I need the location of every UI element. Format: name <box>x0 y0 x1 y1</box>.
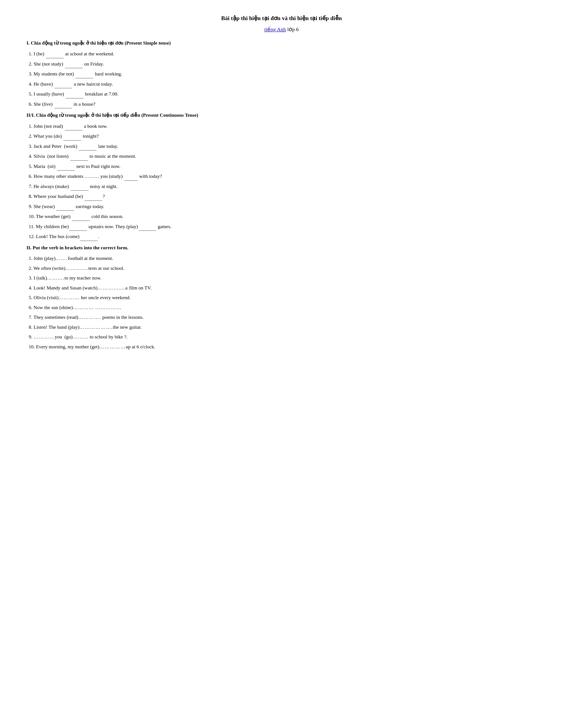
blank <box>57 162 75 171</box>
list-item: 10. Every morning, my mother (get)……………u… <box>29 343 537 351</box>
blank <box>80 232 98 241</box>
page-title: Bài tập thì hiện tại đơn và thì hiện tại… <box>26 13 537 23</box>
blank <box>65 60 83 68</box>
list-item: 6. Now the sun (shine)………… …………… <box>29 303 537 312</box>
section1-list: 1. I (be) at school at the weekend. 2. S… <box>29 49 537 108</box>
blank <box>124 172 137 181</box>
blank <box>55 80 72 88</box>
list-item: 9. She (wear) earrings today. <box>29 202 537 211</box>
list-item: 2. What you (do) tonight? <box>29 132 537 141</box>
list-item: 8. Listen! The band (play)……………….the new… <box>29 323 537 332</box>
list-item: 2. We often (write)………….tests at our sch… <box>29 264 537 273</box>
section1-heading: I. Chia động từ trong ngoặc ở thì hiện t… <box>26 39 537 47</box>
list-item: 8. Where your husband (be) ? <box>29 192 537 201</box>
blank <box>79 142 96 151</box>
list-item: 4. Silvia (not listen) to music at the m… <box>29 152 537 161</box>
list-item: 4. Look! Mandy and Susan (watch)…………....… <box>29 284 537 292</box>
list-item: 7. He always (make) noisy at night. <box>29 182 537 191</box>
blank <box>54 100 72 109</box>
blank <box>71 182 88 191</box>
blank <box>66 90 83 98</box>
list-item: 1. John (play)…….football at the moment. <box>29 254 537 263</box>
list-item: 11. My children (be) upstairs now. They … <box>29 222 537 231</box>
list-item: 5. I usually (have) breakfast at 7.00. <box>29 90 537 98</box>
subtitle-link[interactable]: tiếng Anh <box>264 26 286 32</box>
list-item: 1. John (not read) a book now. <box>29 122 537 131</box>
list-item: 5. Maria (sit) next to Paul right now. <box>29 162 537 171</box>
list-item: 12. Look! The bus (come) . <box>29 232 537 241</box>
blank <box>138 222 156 231</box>
list-item: 3. Jack and Peter (work) late today. <box>29 142 537 151</box>
list-item: 5. Olivia (visit)………… her uncle every we… <box>29 293 537 302</box>
blank <box>69 222 87 231</box>
blank <box>63 132 81 141</box>
list-item: 6. How many other students ……… you (stud… <box>29 172 537 181</box>
list-item: 3. My students (be not) hard working. <box>29 69 537 78</box>
section3-heading: II. Put the verb in brackets into the co… <box>26 244 537 252</box>
section3-list: 1. John (play)…….football at the moment.… <box>29 254 537 351</box>
list-item: 9. …………you (go)……… to school by bike ?. <box>29 333 537 341</box>
list-item: 4. He (have) a new haircut today. <box>29 80 537 88</box>
page-subtitle: tiếng Anh lớp 6 <box>26 25 537 34</box>
list-item: 7. They sometimes (read)…………. poems in t… <box>29 313 537 322</box>
list-item: 2. She (not study) on Friday. <box>29 60 537 68</box>
list-item: 1. I (be) at school at the weekend. <box>29 49 537 58</box>
blank <box>65 122 82 131</box>
blank <box>70 152 88 161</box>
blank <box>56 202 74 211</box>
blank <box>72 212 90 221</box>
section2-list: 1. John (not read) a book now. 2. What y… <box>29 122 537 241</box>
section2-heading: II/I. Chia động từ trong ngoặc ở thì hiệ… <box>26 111 537 120</box>
list-item: 6. She (live) in a house? <box>29 100 537 109</box>
list-item: 3. I (talk)……….to my teacher now. <box>29 274 537 282</box>
blank <box>85 192 102 201</box>
blank <box>75 69 93 78</box>
subtitle-text: lớp 6 <box>286 26 299 32</box>
list-item: 10. The weather (get) cold this season. <box>29 212 537 221</box>
blank <box>46 49 64 58</box>
